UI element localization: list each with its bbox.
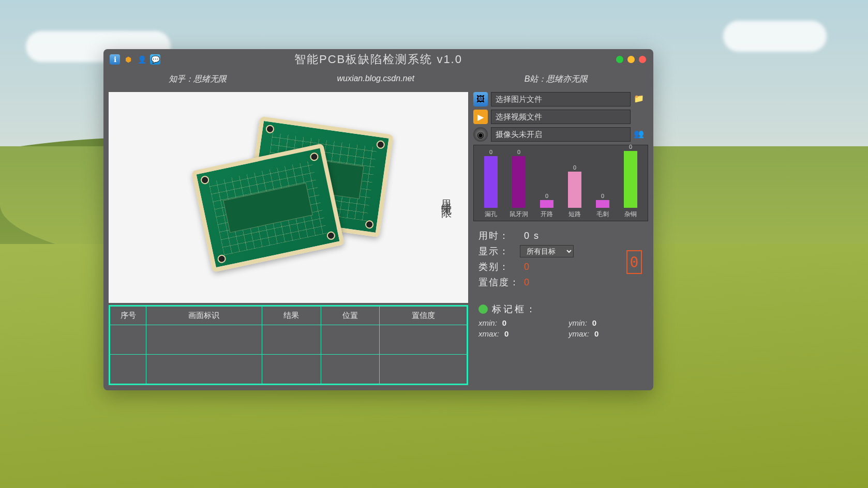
pcb-image (180, 125, 397, 270)
window-controls (616, 56, 646, 63)
close-button[interactable] (639, 56, 646, 63)
conf-value: 0 (524, 277, 530, 288)
user-icon[interactable]: 👤 (137, 54, 147, 65)
display-label: 显示： (478, 245, 520, 257)
bbox-panel: 标记框： xmin:0 ymin:0 xmax:0 ymax:0 (473, 300, 648, 343)
video-file-input[interactable]: 选择视频文件 (491, 110, 631, 124)
app-window: ℹ ⬢ 👤 💬 智能PCB板缺陷检测系统 v1.0 知乎：思绪无限 wuxian… (103, 49, 653, 390)
minimize-button[interactable] (616, 56, 623, 63)
display-select[interactable]: 所有目标 (520, 245, 574, 257)
chart-bar: 0开路 (534, 193, 559, 219)
camera-icon[interactable]: ◉ (473, 127, 488, 142)
time-label: 用时： (478, 230, 520, 242)
info-icon[interactable]: ℹ (110, 54, 120, 65)
titlebar-icon-group: ℹ ⬢ 👤 💬 (110, 54, 160, 65)
camera-status-input[interactable]: 摄像头未开启 (491, 127, 631, 142)
counter-display: 0 (626, 250, 642, 274)
image-icon[interactable]: 🖼 (473, 92, 488, 106)
image-file-input[interactable]: 选择图片文件 (491, 92, 631, 106)
chart-bar: 0鼠牙洞 (506, 149, 531, 219)
th-result: 结果 (262, 307, 321, 325)
credits-row: 知乎：思绪无限 wuxian.blog.csdn.net B站：思绪亦无限 (103, 70, 653, 92)
table-row[interactable] (110, 355, 467, 384)
xmax-value: 0 (504, 329, 508, 338)
defect-chart: 0漏孔0鼠牙洞0开路0短路0毛刺0杂铜 (473, 145, 648, 221)
th-confidence: 置信度 (380, 307, 467, 325)
class-label: 类别： (478, 261, 520, 273)
window-title: 智能PCB板缺陷检测系统 v1.0 (294, 52, 462, 67)
ymax-label: ymax: (568, 329, 589, 338)
chart-bar: 0短路 (562, 164, 587, 219)
ymin-value: 0 (592, 318, 596, 327)
th-position: 位置 (321, 307, 380, 325)
bbox-title-text: 标记框： (492, 303, 537, 315)
results-table: 序号 画面标识 结果 位置 置信度 (109, 305, 468, 385)
camera-row: ◉ 摄像头未开启 👥 (473, 127, 648, 142)
watermark-text: 思绪无限 (440, 191, 454, 204)
credit-zhihu: 知乎：思绪无限 (169, 74, 227, 85)
conf-label: 置信度： (478, 276, 520, 288)
xmin-value: 0 (502, 318, 506, 327)
maximize-button[interactable] (627, 56, 635, 63)
class-value: 0 (524, 262, 530, 272)
credit-blog: wuxian.blog.csdn.net (337, 74, 414, 85)
xmax-label: xmax: (478, 329, 499, 338)
open-image-icon[interactable]: 📁 (634, 94, 648, 105)
stats-panel: 用时： 0 s 显示： 所有目标 类别： 0 置信度： 0 0 (473, 224, 648, 297)
select-image-row: 🖼 选择图片文件 📁 (473, 92, 648, 106)
credit-bilibili: B站：思绪亦无限 (525, 74, 588, 85)
camera-toggle-icon[interactable]: 👥 (634, 129, 648, 140)
clover-icon (478, 304, 488, 314)
xmin-label: xmin: (478, 318, 497, 327)
titlebar: ℹ ⬢ 👤 💬 智能PCB板缺陷检测系统 v1.0 (103, 49, 653, 70)
table-row[interactable] (110, 325, 467, 355)
chat-icon[interactable]: 💬 (150, 54, 160, 65)
time-value: 0 s (524, 231, 540, 241)
preview-area: 思绪无限 (109, 92, 468, 303)
chart-bar: 0毛刺 (590, 193, 615, 219)
th-marker: 画面标识 (146, 307, 262, 325)
select-video-row: ▶ 选择视频文件 (473, 110, 648, 124)
ymin-label: ymin: (568, 318, 587, 327)
hex-icon[interactable]: ⬢ (123, 54, 133, 65)
ymax-value: 0 (594, 329, 598, 338)
video-icon[interactable]: ▶ (473, 110, 488, 124)
th-index: 序号 (110, 307, 146, 325)
chart-bar: 0杂铜 (618, 144, 643, 219)
open-video-icon[interactable] (634, 111, 648, 123)
chart-bar: 0漏孔 (478, 149, 503, 219)
